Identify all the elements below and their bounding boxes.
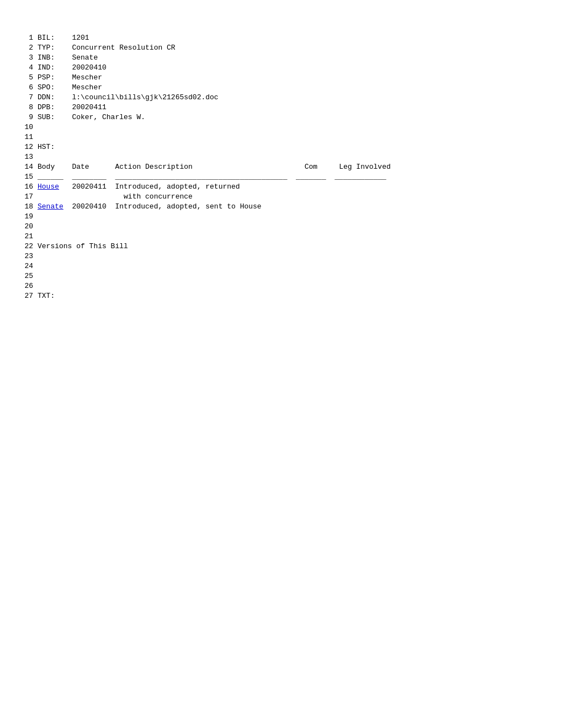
line-10: 10	[22, 122, 541, 132]
line-num-27: 27	[22, 291, 38, 301]
line-26: 26	[22, 281, 541, 291]
line-11: 11	[22, 132, 541, 142]
txt-label: TXT:	[38, 291, 541, 301]
line-4: 4 IND: 20020410	[22, 63, 541, 73]
line-12: 12 HST:	[22, 142, 541, 152]
line-num-21: 21	[22, 232, 38, 242]
line-num-11: 11	[22, 132, 38, 142]
line-25: 25	[22, 271, 541, 281]
col-com-header: Com	[305, 163, 339, 171]
table-divider: ______ ________ ________________________…	[38, 172, 541, 182]
line-num-26: 26	[22, 281, 38, 291]
line-num-4: 4	[22, 63, 38, 73]
col-leg-header: Leg Involved	[339, 163, 391, 171]
line-2: 2 TYP: Concurrent Resolution CR	[22, 43, 541, 53]
line-num-24: 24	[22, 261, 38, 271]
line-num-19: 19	[22, 212, 38, 222]
line-num-9: 9	[22, 113, 38, 122]
sub-field: SUB: Coker, Charles W.	[38, 113, 541, 122]
line-14: 14 Body Date Action Description Com Leg …	[22, 162, 541, 172]
line-20: 20	[22, 222, 541, 232]
line-6: 6 SPO: Mescher	[22, 83, 541, 93]
typ-field: TYP: Concurrent Resolution CR	[38, 43, 541, 53]
versions-label: Versions of This Bill	[38, 242, 541, 251]
line-5: 5 PSP: Mescher	[22, 73, 541, 83]
table-header: Body Date Action Description Com Leg Inv…	[38, 162, 541, 172]
line-18: 18 Senate 20020410 Introduced, adopted, …	[22, 202, 541, 212]
line-16: 16 House 20020411 Introduced, adopted, r…	[22, 182, 541, 192]
house-row-cont: with concurrence	[38, 192, 541, 202]
line-23: 23	[22, 251, 541, 261]
line-num-25: 25	[22, 271, 38, 281]
senate-row: Senate 20020410 Introduced, adopted, sen…	[38, 202, 541, 212]
line-17: 17 with concurrence	[22, 192, 541, 202]
line-7: 7 DDN: l:\council\bills\gjk\21265sd02.do…	[22, 93, 541, 103]
line-num-6: 6	[22, 83, 38, 93]
line-num-13: 13	[22, 152, 38, 162]
bil-field: BIL: 1201	[38, 33, 541, 43]
col-action-header: Action Description	[115, 163, 304, 171]
dpb-field: DPB: 20020411	[38, 103, 541, 113]
line-num-2: 2	[22, 43, 38, 53]
spo-field: SPO: Mescher	[38, 83, 541, 93]
line-3: 3 INB: Senate	[22, 53, 541, 63]
senate-link[interactable]: Senate	[38, 202, 63, 211]
psp-field: PSP: Mescher	[38, 73, 541, 83]
line-num-10: 10	[22, 122, 38, 132]
ind-field: IND: 20020410	[38, 63, 541, 73]
line-num-3: 3	[22, 53, 38, 63]
line-num-22: 22	[22, 242, 38, 251]
line-num-18: 18	[22, 202, 38, 212]
line-22: 22 Versions of This Bill	[22, 242, 541, 251]
line-24: 24	[22, 261, 541, 271]
line-1: 1 BIL: 1201	[22, 33, 541, 43]
hst-label: HST:	[38, 142, 541, 152]
line-num-16: 16	[22, 182, 38, 192]
line-num-5: 5	[22, 73, 38, 83]
line-num-20: 20	[22, 222, 38, 232]
ddn-field: DDN: l:\council\bills\gjk\21265sd02.doc	[38, 93, 541, 103]
line-27: 27 TXT:	[22, 291, 541, 301]
line-num-23: 23	[22, 251, 38, 261]
house-row: House 20020411 Introduced, adopted, retu…	[38, 182, 541, 192]
line-19: 19	[22, 212, 541, 222]
line-8: 8 DPB: 20020411	[22, 103, 541, 113]
line-num-17: 17	[22, 192, 38, 202]
line-num-7: 7	[22, 93, 38, 103]
line-num-12: 12	[22, 142, 38, 152]
line-21: 21	[22, 232, 541, 242]
col-date-header: Date	[72, 163, 115, 171]
line-num-15: 15	[22, 172, 38, 182]
house-link[interactable]: House	[38, 183, 59, 191]
main-content: 1 BIL: 1201 2 TYP: Concurrent Resolution…	[0, 11, 563, 323]
line-num-1: 1	[22, 33, 38, 43]
line-13: 13	[22, 152, 541, 162]
line-9: 9 SUB: Coker, Charles W.	[22, 113, 541, 122]
line-15: 15 ______ ________ _____________________…	[22, 172, 541, 182]
line-num-8: 8	[22, 103, 38, 113]
col-body-header: Body	[38, 163, 72, 171]
inb-field: INB: Senate	[38, 53, 541, 63]
line-num-14: 14	[22, 162, 38, 172]
